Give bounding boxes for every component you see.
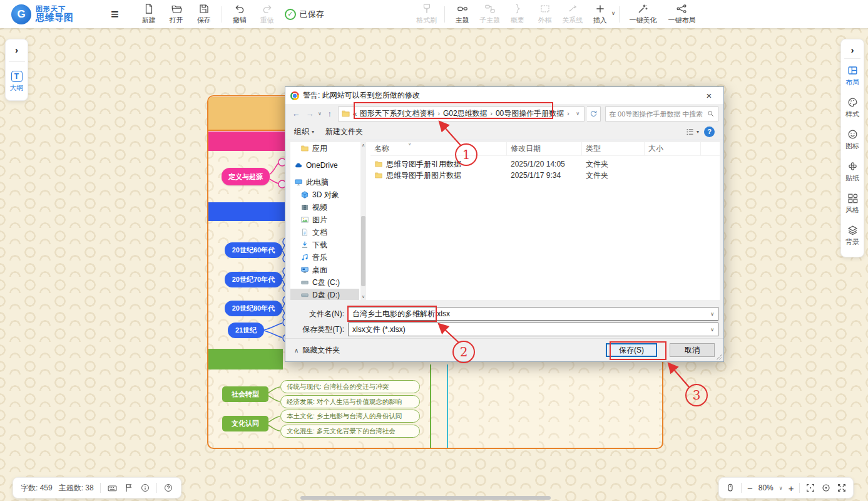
back-icon[interactable]: ← [290, 109, 302, 118]
help-button[interactable]: ? [704, 127, 715, 137]
view-mode-button[interactable]: ▾ [685, 127, 699, 137]
mindmap-node-green[interactable]: 社会转型 [222, 386, 268, 402]
savetype-dropdown-icon[interactable]: ∨ [710, 327, 714, 333]
breadcrumb-segment[interactable]: G02思维数据 [443, 108, 488, 119]
nav-item[interactable]: 图片 [290, 214, 359, 226]
nav-item[interactable]: 桌面 [290, 264, 359, 276]
panel-item-theme-style[interactable]: 风格 [845, 189, 859, 219]
column-name[interactable]: 名称∨ [370, 142, 507, 155]
nav-item[interactable]: 文档 [290, 226, 359, 239]
help-button[interactable] [163, 483, 173, 493]
refresh-button[interactable] [587, 106, 601, 121]
zoom-in-button[interactable]: + [789, 483, 794, 493]
file-row[interactable]: 思维导图手册引用数据 2025/1/20 14:05 文件夹 [370, 158, 720, 170]
address-dropdown-icon[interactable]: ∨ [574, 111, 581, 116]
new-button[interactable]: 新建 [135, 1, 163, 28]
one-click-layout-button[interactable]: 一键布局 [662, 1, 701, 28]
mindmap-leaf[interactable]: 本土文化: 乡土电影与台湾人的身份认同 [280, 410, 420, 423]
history-dropdown-icon[interactable]: ∨ [318, 111, 322, 116]
nav-item[interactable]: 应用 [290, 142, 359, 155]
mindmap-node-green[interactable]: 文化认同 [222, 416, 268, 431]
right-panel-collapse-icon[interactable]: › [851, 43, 854, 56]
filename-dropdown-icon[interactable]: ∨ [710, 311, 714, 317]
insert-dropdown-icon[interactable]: ∨ [611, 10, 616, 16]
address-bar[interactable]: « 图形天下系列文档资料 › G02思维数据 › 00导图操作手册数据 › ∨ [338, 106, 585, 121]
search-input[interactable] [609, 110, 707, 118]
save-button[interactable]: 保存 [190, 1, 218, 28]
summary-icon [512, 3, 523, 14]
horizontal-scrollbar[interactable] [300, 496, 551, 500]
nav-item-selected[interactable]: D盘 (D:) [290, 289, 359, 300]
left-panel-expand-icon[interactable]: › [15, 43, 18, 56]
hamburger-menu-icon[interactable]: ≡ [111, 6, 119, 23]
summary-button[interactable]: 概要 [504, 1, 531, 28]
scrollbar-thumb[interactable] [361, 216, 365, 286]
nav-item[interactable]: 音乐 [290, 251, 359, 264]
open-button[interactable]: 打开 [163, 1, 190, 28]
mindmap-node-blue[interactable]: 20世纪70年代 [225, 272, 282, 287]
dialog-cancel-button[interactable]: 取消 [670, 343, 715, 357]
topic-button[interactable]: 主题 [449, 1, 476, 28]
panel-item-style[interactable]: 样式 [845, 93, 859, 123]
breadcrumb-segment[interactable]: 00导图操作手册数据 [496, 108, 564, 119]
savetype-value[interactable]: xlsx文件 (*.xlsx) [352, 324, 710, 335]
savetype-combobox[interactable]: xlsx文件 (*.xlsx) ∨ [348, 323, 718, 336]
column-size[interactable]: 大小 [645, 142, 701, 155]
mindmap-leaf[interactable]: 传统与现代: 台湾社会的变迁与冲突 [280, 380, 420, 393]
nav-item[interactable]: 此电脑 [290, 176, 359, 189]
subtopic-button[interactable]: 子主题 [476, 1, 504, 28]
panel-item-background[interactable]: 背景 [845, 220, 859, 250]
center-root-button[interactable] [821, 483, 831, 493]
mindmap-leaf[interactable]: 经济发展: 对个人生活与价值观念的影响 [280, 395, 420, 408]
nav-item[interactable]: 下载 [290, 239, 359, 251]
resize-grip[interactable] [716, 354, 722, 360]
fullscreen-button[interactable] [837, 483, 847, 493]
mindmap-node-blue[interactable]: 20世纪80年代 [225, 301, 282, 316]
filename-combobox[interactable]: 台湾乡土电影的多维解析.xlsx ∨ [348, 307, 718, 321]
frame-button[interactable]: 外框 [531, 1, 559, 28]
scroll-down-icon[interactable]: ∨ [360, 294, 366, 300]
mindmap-node-blue[interactable]: 20世纪60年代 [225, 242, 282, 258]
redo-button[interactable]: 重做 [253, 1, 281, 28]
nav-item[interactable]: C盘 (C:) [290, 276, 359, 289]
column-date[interactable]: 修改日期 [507, 142, 582, 155]
undo-button[interactable]: 撤销 [226, 1, 253, 28]
nav-item[interactable]: 视频 [290, 201, 359, 214]
shortcut-keys-button[interactable] [107, 483, 118, 493]
nav-scrollbar[interactable]: ∧ ∨ [360, 142, 366, 300]
breadcrumb-segment[interactable]: 图形天下系列文档资料 [360, 108, 435, 119]
outline-button[interactable]: T 大纲 [10, 67, 24, 96]
search-box[interactable] [605, 106, 718, 121]
hide-folders-button[interactable]: ∧ 隐藏文件夹 [294, 345, 340, 356]
column-type[interactable]: 类型 [582, 142, 645, 155]
forward-icon[interactable]: → [304, 109, 315, 118]
zoom-level[interactable]: 80% [758, 483, 774, 492]
panel-item-icons[interactable]: 图标 [845, 125, 859, 155]
new-folder-button[interactable]: 新建文件夹 [325, 127, 363, 137]
panel-item-stickers[interactable]: 贴纸 [845, 157, 859, 187]
file-row[interactable]: 思维导图手册图片数据 2025/1/17 9:34 文件夹 [370, 170, 720, 181]
dialog-save-button[interactable]: 保存(S) [606, 343, 657, 357]
info-button[interactable] [140, 483, 150, 493]
relation-line-button[interactable]: 关系线 [559, 1, 586, 28]
filename-value[interactable]: 台湾乡土电影的多维解析.xlsx [352, 309, 710, 319]
one-click-beautify-button[interactable]: 一键美化 [623, 1, 662, 28]
nav-item[interactable]: 3D 对象 [290, 189, 359, 201]
fit-view-button[interactable] [805, 483, 815, 493]
mindmap-node-pink[interactable]: 定义与起源 [222, 168, 270, 185]
insert-button[interactable]: 插入 ∨ [586, 1, 616, 28]
organize-button[interactable]: 组织 ▾ [294, 127, 314, 137]
nav-item[interactable]: OneDrive [290, 159, 359, 172]
zoom-out-button[interactable]: − [747, 483, 753, 493]
panel-item-layout[interactable]: 布局 [845, 61, 859, 91]
dialog-close-icon[interactable]: × [700, 90, 718, 101]
up-icon[interactable]: ↑ [324, 109, 335, 118]
guide-button[interactable] [124, 483, 134, 493]
mindmap-node-blue[interactable]: 21世纪 [228, 323, 264, 338]
zoom-dropdown-icon[interactable]: ∨ [779, 485, 783, 491]
format-painter-button[interactable]: 格式刷 [413, 1, 441, 28]
relation-line-icon [567, 3, 578, 14]
mindmap-leaf[interactable]: 文化混生: 多元文化背景下的台湾社会 [280, 425, 420, 438]
mouse-mode-button[interactable] [725, 483, 735, 493]
scroll-up-icon[interactable]: ∧ [360, 142, 366, 148]
